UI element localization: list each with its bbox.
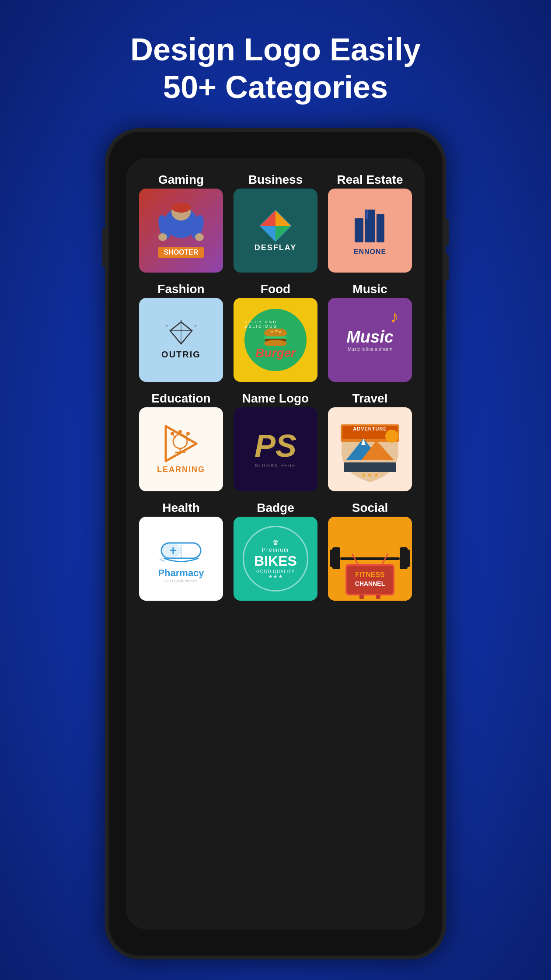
realestate-logo-image[interactable]: ENNONE: [328, 189, 412, 273]
phone-screen: Gaming: [126, 158, 425, 930]
svg-point-39: [186, 432, 190, 435]
education-name-text: LEARNING: [157, 465, 205, 474]
food-name-text: Burger: [255, 346, 296, 360]
svg-marker-10: [260, 226, 276, 241]
svg-point-24: [271, 331, 273, 332]
gaming-logo-image[interactable]: SHOOTER: [139, 189, 223, 273]
svg-rect-58: [406, 550, 410, 567]
svg-rect-15: [366, 210, 368, 219]
category-row-2: Fashion: [136, 276, 415, 382]
badge-crown-icon: ♛: [272, 539, 279, 547]
svg-rect-12: [355, 218, 363, 242]
vol-up-button: [444, 219, 449, 245]
category-music-label: Music: [352, 282, 387, 296]
music-main-text: Music: [346, 328, 394, 346]
svg-marker-9: [276, 226, 291, 241]
svg-marker-11: [260, 210, 276, 226]
business-diamond-svg: [258, 208, 293, 243]
category-row-3: Education: [136, 385, 415, 491]
category-music[interactable]: Music ♪ Music Music is like a dream: [325, 276, 415, 382]
music-logo-image[interactable]: ♪ Music Music is like a dream: [328, 298, 412, 382]
food-logo: SPICY AND DELICIOUS: [234, 298, 317, 382]
badge-quality-text: GOOD QUALITY: [256, 569, 295, 574]
food-circle: SPICY AND DELICIOUS: [243, 307, 308, 373]
health-name-text: Pharmacy: [158, 567, 204, 579]
svg-point-6: [195, 233, 204, 241]
svg-rect-27: [264, 336, 287, 339]
namelogo-logo: PS SLOGAN HERE: [234, 407, 317, 491]
svg-point-5: [158, 233, 167, 241]
health-slogan-text: SLOGAN HERE: [164, 579, 198, 583]
svg-rect-59: [340, 557, 400, 560]
category-education[interactable]: Education: [136, 385, 226, 491]
svg-rect-14: [377, 214, 384, 242]
health-logo: Pharmacy SLOGAN HERE: [139, 517, 223, 601]
gaming-logo: SHOOTER: [139, 189, 223, 273]
realestate-name-text: ENNONE: [354, 248, 386, 256]
fashion-diamond-svg: [166, 320, 196, 346]
social-logo-image[interactable]: FITNESS CHANNEL: [328, 517, 412, 601]
category-business[interactable]: Business DESFLAY: [231, 167, 320, 273]
svg-text:FITNESS: FITNESS: [355, 571, 385, 578]
category-social[interactable]: Social: [325, 495, 415, 601]
svg-point-37: [171, 432, 174, 435]
phone-mockup: Gaming: [105, 128, 446, 959]
music-sub-text: Music is like a dream: [348, 346, 393, 352]
svg-rect-61: [359, 595, 364, 599]
power-button: [102, 228, 107, 267]
travel-adventure-svg: ★ ★ ★ ADVENTURE: [333, 412, 407, 486]
badge-stars: ★ ★ ★: [269, 574, 283, 579]
category-gaming-label: Gaming: [158, 173, 204, 187]
realestate-buildings-svg: [352, 205, 387, 245]
burger-svg: [262, 329, 289, 346]
fashion-logo: OUTRIG: [139, 298, 223, 382]
category-namelogo-label: Name Logo: [242, 392, 309, 406]
category-fashion[interactable]: Fashion: [136, 276, 226, 382]
education-logo-image[interactable]: LEARNING: [139, 407, 223, 491]
svg-point-26: [279, 331, 281, 333]
pharmacy-svg: [155, 534, 207, 565]
category-social-label: Social: [352, 501, 388, 515]
category-food[interactable]: Food SPICY AND DELICIOUS: [231, 276, 320, 382]
fashion-logo-image[interactable]: OUTRIG: [139, 298, 223, 382]
category-business-label: Business: [248, 173, 303, 187]
category-namelogo[interactable]: Name Logo PS SLOGAN HERE: [231, 385, 320, 491]
category-gaming[interactable]: Gaming: [136, 167, 226, 273]
badge-logo: ♛ Premium BIKES GOOD QUALITY ★ ★ ★: [234, 517, 317, 601]
svg-text:CHANNEL: CHANNEL: [355, 580, 385, 587]
education-logo: LEARNING: [139, 407, 223, 491]
category-travel-label: Travel: [352, 392, 388, 406]
badge-premium-text: Premium: [262, 547, 289, 553]
business-logo-image[interactable]: DESFLAY: [234, 189, 317, 273]
travel-logo-image[interactable]: ★ ★ ★ ADVENTURE: [328, 407, 412, 491]
category-realestate-label: Real Estate: [337, 173, 403, 187]
svg-line-21: [166, 326, 167, 326]
namelogo-logo-image[interactable]: PS SLOGAN HERE: [234, 407, 317, 491]
category-education-label: Education: [151, 392, 210, 406]
category-badge-label: Badge: [257, 501, 294, 515]
category-badge[interactable]: Badge ♛ Premium BIKES GOOD QUALITY ★ ★ ★: [231, 495, 320, 601]
category-travel[interactable]: Travel: [325, 385, 415, 491]
food-logo-image[interactable]: SPICY AND DELICIOUS: [234, 298, 317, 382]
category-fashion-label: Fashion: [157, 282, 204, 296]
badge-logo-image[interactable]: ♛ Premium BIKES GOOD QUALITY ★ ★ ★: [234, 517, 317, 601]
health-logo-image[interactable]: Pharmacy SLOGAN HERE: [139, 517, 223, 601]
svg-point-25: [275, 330, 278, 332]
svg-point-31: [173, 434, 187, 448]
category-realestate[interactable]: Real Estate ENNONE: [325, 167, 415, 273]
badge-bikes-text: BIKES: [254, 553, 297, 569]
music-logo: ♪ Music Music is like a dream: [328, 298, 412, 382]
svg-marker-8: [276, 210, 291, 226]
svg-line-22: [195, 326, 196, 326]
header-title: Design Logo Easily 50+ Categories: [130, 31, 421, 106]
gaming-badge-text: SHOOTER: [158, 247, 203, 258]
phone-notch: [232, 132, 319, 144]
category-food-label: Food: [261, 282, 290, 296]
svg-rect-56: [330, 550, 334, 567]
education-play-svg: [159, 424, 203, 463]
fashion-name-text: OUTRIG: [161, 350, 201, 360]
business-logo: DESFLAY: [234, 189, 317, 273]
category-health[interactable]: Health: [136, 495, 226, 601]
namelogo-letters-text: PS: [255, 430, 296, 462]
svg-rect-46: [344, 462, 396, 472]
